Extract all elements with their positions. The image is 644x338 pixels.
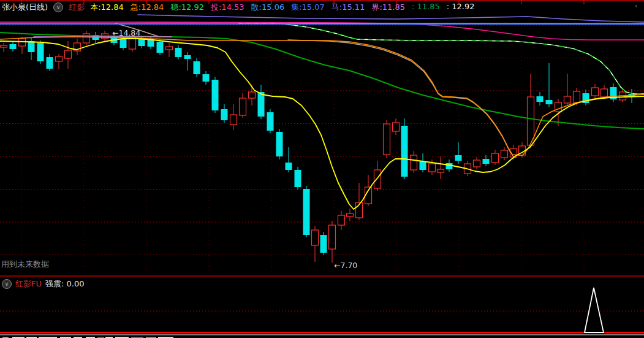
candle-up [574, 91, 580, 102]
sub-indicator-value: 强震: 0.00 [45, 278, 84, 290]
candle-down [455, 155, 462, 161]
candle-down [157, 42, 164, 53]
stock-title: 张小泉(日线) [2, 2, 48, 13]
candle-up [374, 170, 381, 188]
candle-down [303, 189, 310, 235]
candle-up [601, 89, 608, 97]
ma-violet [138, 15, 644, 22]
indicator-value: 集:15.07 [291, 2, 325, 13]
candle-down [203, 74, 210, 82]
candle-up [501, 150, 508, 158]
signal-triangle [585, 288, 604, 332]
candle-down [194, 61, 200, 74]
candle-down [276, 132, 283, 156]
indicator-header-bar: 张小泉(日线) ∨ 红影 本:12.84急:12.84稳:12.92投:14.5… [0, 0, 644, 15]
candle-up [347, 213, 354, 217]
candle-down [47, 57, 53, 69]
indicator-value: : 11.85 [412, 2, 440, 13]
candle-up [19, 39, 26, 46]
candle-down [138, 39, 145, 46]
candle-down [420, 161, 426, 170]
candle-up [438, 169, 444, 172]
ma-white [239, 23, 644, 94]
candle-down [37, 43, 44, 61]
app-window: ←14.84←7.70 张小泉(日线) ∨ 红影 本:12.84急:12.84稳… [0, 0, 644, 338]
indicator-value: 急:12.84 [131, 2, 164, 13]
candle-down [320, 235, 327, 253]
sub-indicator-bar: ∨ 红影FU 强震: 0.00 [2, 278, 84, 290]
candle-up [474, 160, 480, 167]
candle-up [492, 153, 499, 163]
candle-down [148, 40, 154, 47]
chevron-down-icon[interactable]: ∨ [53, 2, 63, 12]
candle-down [267, 112, 274, 131]
price-annotation: ←14.84 [112, 28, 140, 37]
candle-down [184, 55, 191, 59]
candle-down [295, 170, 301, 187]
ma-lime [239, 23, 644, 94]
indicator-name[interactable]: 红影 [69, 2, 85, 13]
indicator-values: 本:12.84急:12.84稳:12.92投:14.53散:15.06集:15.… [90, 2, 474, 13]
candle-up [1, 45, 7, 47]
indicator-value: 散:15.06 [251, 2, 285, 13]
chevron-down-icon[interactable]: ∨ [2, 279, 12, 289]
candle-down [258, 92, 265, 117]
indicator-value: 马:15.11 [331, 2, 365, 13]
price-annotation: ←7.70 [334, 261, 357, 270]
candle-up [393, 123, 400, 131]
candle-down [446, 163, 453, 169]
candle-up [592, 88, 599, 96]
ma-lightblue [0, 23, 644, 24]
candle-down [10, 44, 17, 49]
candle-down [546, 100, 553, 104]
candle-down [175, 48, 182, 57]
candle-up [166, 47, 173, 50]
candle-up [411, 155, 417, 170]
candle-up [240, 98, 246, 115]
candle-down [28, 41, 35, 52]
candle-up [56, 56, 63, 61]
candle-up [65, 50, 72, 58]
candle-up [312, 230, 319, 245]
main-chart[interactable]: ←14.84←7.70 [0, 0, 644, 338]
sub-indicator-name[interactable]: 红影FU [15, 278, 42, 290]
indicator-value: : 12.92 [447, 2, 475, 13]
collapse-icon[interactable]: ‹ [635, 2, 637, 10]
candle-up [230, 115, 237, 125]
candle-up [564, 96, 571, 103]
candle-down [401, 126, 408, 177]
candle-down [120, 39, 127, 48]
candle-down [537, 96, 544, 102]
candle-down [483, 159, 490, 164]
indicator-value: 界:11.85 [371, 2, 405, 13]
candle-down [221, 109, 228, 120]
indicator-value: 稳:12.92 [170, 2, 204, 13]
candle-up [429, 164, 436, 172]
candle-up [384, 124, 390, 155]
candle-down [212, 80, 219, 110]
indicator-value: 投:14.53 [211, 2, 244, 13]
candle-up [249, 92, 256, 98]
future-data-warning: 用到未来数据 [1, 259, 49, 270]
candle-up [338, 215, 345, 225]
candle-up [329, 225, 336, 249]
candle-down [286, 163, 292, 170]
indicator-value: 本:12.84 [90, 2, 124, 13]
